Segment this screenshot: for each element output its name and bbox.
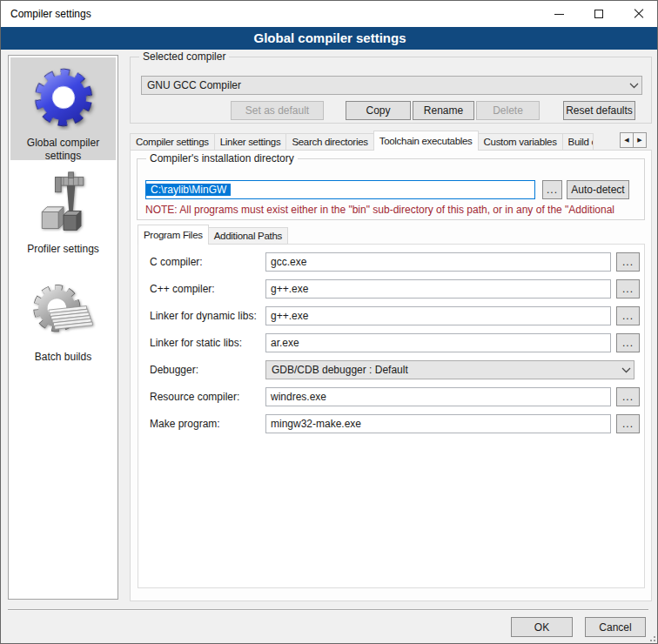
selected-compiler-group: Selected compiler GNU GCC Compiler Set a… xyxy=(130,57,652,124)
compiler-settings-dialog: Compiler settings Global compiler settin… xyxy=(0,0,658,644)
maximize-button[interactable] xyxy=(579,1,619,27)
static-linker-label: Linker for static libs: xyxy=(150,337,242,349)
close-icon xyxy=(634,9,644,19)
sidebar-item-global-compiler-settings[interactable]: Global compiler settings xyxy=(10,57,116,160)
form-row: Resource compiler: windres.exe ... xyxy=(138,387,646,406)
sidebar-item-label: Profiler settings xyxy=(10,239,116,256)
reset-defaults-button[interactable]: Reset defaults xyxy=(563,101,635,120)
selected-compiler-dropdown[interactable]: GNU GCC Compiler xyxy=(141,76,642,95)
sidebar-item-label: Global compiler settings xyxy=(10,133,116,163)
gray-gear-stack-icon xyxy=(10,278,116,347)
browse-directory-button[interactable]: ... xyxy=(542,180,562,199)
resource-compiler-browse-button[interactable]: ... xyxy=(616,387,640,406)
tab-toolchain-executables[interactable]: Toolchain executables xyxy=(373,131,479,151)
debugger-label: Debugger: xyxy=(150,364,198,376)
form-row: C++ compiler: g++.exe ... xyxy=(138,279,646,299)
chevron-down-icon xyxy=(626,83,641,89)
c-compiler-label: C compiler: xyxy=(150,256,203,268)
tab-scroll-right-icon[interactable]: ▶ xyxy=(633,132,647,148)
group-label: Compiler's installation directory xyxy=(146,152,298,164)
tab-build-options[interactable]: Build options xyxy=(562,133,594,151)
form-row: Debugger: GDB/CDB debugger : Default xyxy=(138,360,646,379)
minimize-button[interactable] xyxy=(539,1,579,27)
cpp-compiler-input[interactable]: g++.exe xyxy=(265,279,611,299)
form-row: Linker for dynamic libs: g++.exe ... xyxy=(138,306,646,325)
caliper-cubes-icon xyxy=(10,171,116,239)
window-title: Compiler settings xyxy=(10,1,91,27)
set-as-default-button[interactable]: Set as default xyxy=(231,101,324,120)
bin-subdirectory-note: NOTE: All programs must exist either in … xyxy=(145,204,641,216)
dynamic-linker-label: Linker for dynamic libs: xyxy=(150,310,257,322)
minimize-icon xyxy=(554,14,564,15)
cancel-button[interactable]: Cancel xyxy=(585,617,646,637)
delete-button[interactable]: Delete xyxy=(476,101,540,120)
sidebar-item-label: Batch builds xyxy=(10,347,116,364)
static-linker-browse-button[interactable]: ... xyxy=(616,333,640,352)
c-compiler-browse-button[interactable]: ... xyxy=(616,252,640,272)
resize-grip-icon[interactable] xyxy=(645,631,655,641)
tab-scroll-buttons: ◀ ▶ xyxy=(621,132,647,148)
make-program-input[interactable]: mingw32-make.exe xyxy=(265,414,611,433)
footer-divider xyxy=(8,609,648,611)
make-program-label: Make program: xyxy=(150,418,220,430)
debugger-dropdown[interactable]: GDB/CDB debugger : Default xyxy=(265,360,634,379)
settings-sidebar: Global compiler settings xyxy=(8,55,118,600)
tab-scroll-left-icon[interactable]: ◀ xyxy=(620,132,634,148)
main-tabs: Compiler settings Linker settings Search… xyxy=(130,131,652,151)
maximize-icon xyxy=(594,10,603,18)
installation-directory-value: C:\raylib\MinGW xyxy=(146,184,231,196)
sidebar-item-profiler-settings[interactable]: Profiler settings xyxy=(10,171,116,256)
form-row: Make program: mingw32-make.exe ... xyxy=(138,414,646,433)
c-compiler-input[interactable]: gcc.exe xyxy=(265,252,611,272)
titlebar[interactable]: Compiler settings xyxy=(1,1,658,27)
ok-button[interactable]: OK xyxy=(511,617,573,637)
rename-button[interactable]: Rename xyxy=(413,101,474,120)
dynamic-linker-browse-button[interactable]: ... xyxy=(616,306,640,325)
tab-linker-settings[interactable]: Linker settings xyxy=(214,133,287,151)
static-linker-input[interactable]: ar.exe xyxy=(265,333,611,352)
form-row: C compiler: gcc.exe ... xyxy=(138,252,646,272)
group-label: Selected compiler xyxy=(139,50,229,63)
page-title: Global compiler settings xyxy=(1,27,658,50)
auto-detect-button[interactable]: Auto-detect xyxy=(567,180,629,199)
program-files-page: C compiler: gcc.exe ... C++ compiler: g+… xyxy=(138,244,645,588)
tab-additional-paths[interactable]: Additional Paths xyxy=(208,227,288,245)
installation-directory-input[interactable]: C:\raylib\MinGW xyxy=(145,180,535,199)
cpp-compiler-label: C++ compiler: xyxy=(150,283,215,295)
resource-compiler-label: Resource compiler: xyxy=(150,391,239,403)
tab-search-directories[interactable]: Search directories xyxy=(285,133,373,151)
program-tabs: Program Files Additional Paths xyxy=(138,225,287,245)
tab-program-files[interactable]: Program Files xyxy=(138,225,209,245)
tab-custom-variables[interactable]: Custom variables xyxy=(478,133,563,151)
dynamic-linker-input[interactable]: g++.exe xyxy=(265,306,611,325)
chevron-down-icon xyxy=(618,367,634,373)
make-program-browse-button[interactable]: ... xyxy=(616,414,640,433)
resource-compiler-input[interactable]: windres.exe xyxy=(265,387,611,406)
close-button[interactable] xyxy=(619,1,658,27)
form-row: Linker for static libs: ar.exe ... xyxy=(138,333,646,352)
blue-gear-icon xyxy=(10,57,116,133)
copy-button[interactable]: Copy xyxy=(346,101,411,120)
tab-compiler-settings[interactable]: Compiler settings xyxy=(130,133,215,151)
sidebar-item-batch-builds[interactable]: Batch builds xyxy=(10,278,116,364)
cpp-compiler-browse-button[interactable]: ... xyxy=(616,279,640,299)
selected-compiler-value: GNU GCC Compiler xyxy=(142,79,626,91)
